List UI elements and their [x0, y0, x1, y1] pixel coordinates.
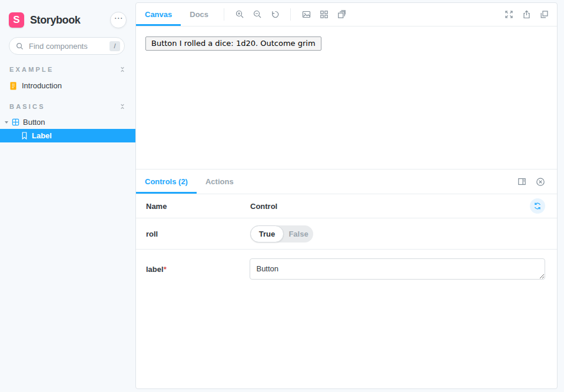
panel-position-button[interactable] — [513, 177, 530, 186]
close-circle-icon — [536, 177, 545, 187]
brand-title: Storybook — [30, 14, 80, 26]
tab-canvas-label: Canvas — [145, 10, 172, 19]
boolean-toggle-roll[interactable]: True False — [250, 225, 313, 242]
reset-controls-button[interactable] — [530, 198, 545, 214]
toggle-false-option[interactable]: False — [284, 225, 313, 242]
logo-letter: S — [13, 14, 19, 26]
arg-name-roll: roll — [146, 230, 250, 238]
tab-controls[interactable]: Controls (2) — [136, 170, 197, 194]
share-button[interactable] — [517, 3, 535, 26]
grid-button[interactable] — [315, 3, 333, 26]
storybook-logo-icon: S — [9, 12, 24, 28]
panel-position-icon — [517, 177, 526, 186]
grid-icon — [320, 10, 329, 19]
tab-canvas[interactable]: Canvas — [136, 3, 181, 26]
sidebar: S Storybook ⋯ / EXAMPLE Introduction B — [0, 0, 135, 392]
bookmark-icon — [21, 132, 28, 139]
tab-actions-label: Actions — [205, 177, 234, 186]
zoom-out-icon — [253, 10, 262, 19]
text-control-label-input[interactable]: Button — [250, 258, 545, 280]
close-panel-button[interactable] — [532, 177, 549, 187]
section-basics-header: BASICS — [9, 102, 126, 111]
control-row-roll: roll True False — [136, 218, 557, 250]
search-box[interactable]: / — [9, 37, 125, 55]
backgrounds-button[interactable] — [297, 3, 315, 26]
sidebar-item-label: Label — [32, 131, 52, 140]
controls-table-header: Name Control — [136, 194, 557, 218]
zoom-in-button[interactable] — [231, 3, 248, 26]
tab-actions[interactable]: Actions — [197, 170, 243, 194]
brand-row: S Storybook ⋯ — [9, 11, 127, 29]
story-preview-button[interactable]: Button I rolled a dice: 1d20. Outcome gr… — [145, 36, 321, 51]
search-input[interactable] — [28, 41, 110, 51]
preview-card: Canvas Docs — [135, 2, 558, 389]
panel-right-group — [513, 170, 557, 194]
open-in-new-tab-button[interactable] — [535, 3, 553, 26]
document-icon — [9, 82, 17, 90]
toggle-true-option[interactable]: True — [250, 225, 284, 242]
arg-name-text: label — [146, 265, 164, 274]
share-icon — [522, 10, 531, 19]
zoom-out-button[interactable] — [248, 3, 266, 26]
search-shortcut-key: / — [110, 41, 120, 51]
tab-docs[interactable]: Docs — [181, 3, 217, 26]
zoom-reset-button[interactable] — [266, 3, 284, 26]
collapse-example-icon[interactable] — [119, 66, 126, 73]
backgrounds-icon — [302, 10, 311, 19]
zoom-reset-icon — [271, 10, 280, 19]
arg-name-label: label* — [146, 265, 250, 274]
fullscreen-icon — [505, 10, 513, 19]
sidebar-item-label-story[interactable]: Label — [0, 129, 135, 142]
tab-controls-label: Controls (2) — [145, 177, 188, 186]
sync-icon — [533, 202, 542, 210]
fullscreen-button[interactable] — [500, 3, 517, 26]
toolbar-separator — [290, 8, 291, 21]
sidebar-item-button[interactable]: Button — [0, 115, 135, 129]
sidebar-item-label: Introduction — [22, 81, 62, 90]
section-example-header: EXAMPLE — [9, 65, 126, 74]
sidebar-item-introduction[interactable]: Introduction — [0, 78, 135, 93]
search-icon — [16, 42, 24, 50]
toolbar-right-group — [500, 3, 557, 26]
required-asterisk: * — [164, 265, 167, 274]
copy-window-icon — [540, 10, 549, 19]
section-basics-label: BASICS — [9, 103, 45, 110]
column-header-control: Control — [250, 202, 277, 211]
sidebar-item-label: Button — [23, 118, 45, 127]
menu-button[interactable]: ⋯ — [110, 12, 127, 28]
canvas-toolbar: Canvas Docs — [136, 3, 557, 26]
collapse-basics-icon[interactable] — [119, 103, 126, 110]
zoom-in-icon — [235, 10, 244, 19]
tab-docs-label: Docs — [190, 10, 208, 19]
toolbar-separator — [224, 8, 224, 21]
component-icon — [12, 118, 19, 126]
section-example-label: EXAMPLE — [9, 66, 54, 73]
story-canvas: Button I rolled a dice: 1d20. Outcome gr… — [136, 26, 557, 170]
viewport-button[interactable] — [333, 3, 350, 26]
control-row-label: label* Button — [136, 250, 557, 288]
ellipsis-icon: ⋯ — [114, 13, 123, 24]
expander-caret-icon[interactable] — [5, 121, 8, 124]
viewport-icon — [337, 10, 346, 19]
addons-tabbar: Controls (2) Actions — [136, 170, 557, 194]
column-header-name: Name — [146, 202, 250, 211]
